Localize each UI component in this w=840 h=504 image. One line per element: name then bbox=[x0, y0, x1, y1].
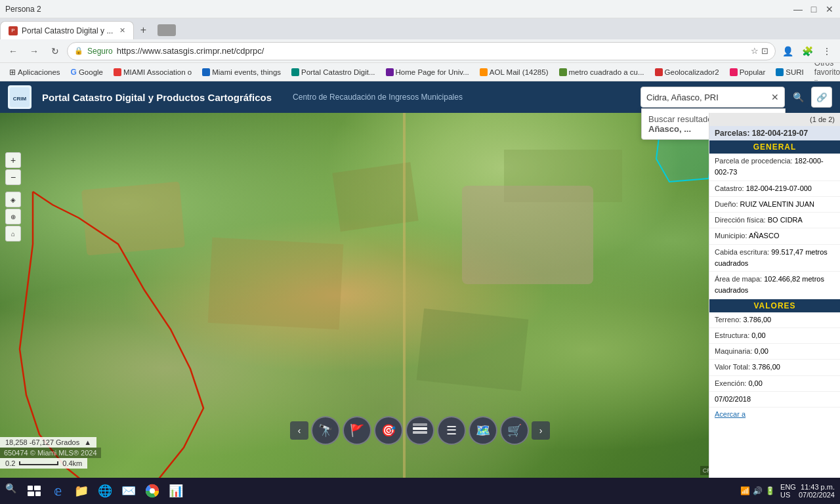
maximize-button[interactable]: □ bbox=[808, 4, 819, 14]
map-area[interactable]: + − ◈ ⊕ ⌂ 650474 © Miami MLS® 2024 18,25… bbox=[0, 113, 840, 478]
scale-0: 0.2 bbox=[5, 459, 15, 467]
bookmark-geo[interactable]: Geolocalizador2 bbox=[651, 67, 723, 77]
direccion-value: BO CIDRA bbox=[768, 216, 803, 224]
apps-label: Aplicaciones bbox=[18, 68, 60, 76]
search-submit-button[interactable]: 🔍 bbox=[788, 87, 808, 108]
field-2 bbox=[208, 237, 344, 329]
locate-button[interactable]: ⊕ bbox=[5, 209, 21, 224]
profile-button[interactable]: 👤 bbox=[778, 42, 797, 60]
procedencia-label: Parcela de procedencia: bbox=[715, 157, 795, 165]
tab-close-button[interactable]: ✕ bbox=[119, 26, 125, 35]
taskbar-icon-mail[interactable]: ✉️ bbox=[118, 480, 139, 501]
svg-rect-4 bbox=[413, 431, 427, 434]
estructura-label: Estructura: bbox=[715, 331, 751, 339]
bookmark-aol[interactable]: AOL Mail (14285) bbox=[476, 67, 553, 77]
taskbar-icon-browser[interactable]: 🌐 bbox=[94, 480, 116, 501]
target-tool-button[interactable]: 🎯 bbox=[374, 416, 403, 445]
panel-row-maquinaria: Maquinaria: 0,00 bbox=[709, 344, 840, 360]
miami-label: MIAMI Association o bbox=[123, 68, 192, 76]
miami-icon bbox=[114, 68, 121, 76]
geo-label: Geolocalizador2 bbox=[665, 68, 719, 76]
more-bookmarks-button[interactable]: Otros favoritos » bbox=[810, 63, 840, 81]
suri-icon bbox=[776, 68, 784, 76]
miami-events-label: Miami events, things bbox=[212, 68, 281, 76]
bookmark-miami[interactable]: MIAMI Association o bbox=[110, 67, 196, 77]
taskbar-icon-spreadsheet[interactable]: 📊 bbox=[165, 480, 186, 501]
taskbar-systray: 📶 🔊 🔋 bbox=[740, 486, 775, 495]
panel-pagination: (1 de 2) bbox=[709, 113, 840, 126]
address-text[interactable]: https://www.satasgis.crimpr.net/cdprpc/ bbox=[117, 46, 747, 56]
tab-label: Portal Catastro Digital y ... bbox=[22, 26, 113, 35]
pan-button[interactable]: ◈ bbox=[5, 192, 21, 207]
cast-icon[interactable]: ⊡ bbox=[761, 46, 768, 56]
svg-rect-6 bbox=[28, 486, 33, 490]
area-label: Área de mapa: bbox=[715, 275, 764, 283]
map-controls-left: + − ◈ ⊕ ⌂ bbox=[5, 152, 21, 242]
search-clear-button[interactable]: ✕ bbox=[771, 92, 779, 102]
tab-favicon: P bbox=[9, 26, 18, 35]
bookmark-google[interactable]: G Google bbox=[67, 66, 107, 78]
bookmark-suri[interactable]: SURI bbox=[772, 67, 807, 77]
popular-icon bbox=[730, 68, 738, 76]
taskbar-icon-task-view[interactable] bbox=[24, 480, 45, 501]
reload-button[interactable]: ↻ bbox=[46, 42, 64, 60]
close-button[interactable]: ✕ bbox=[824, 4, 835, 14]
search-bar-container: Cidra, Añasco, PRI ✕ Buscar resultados d… bbox=[640, 87, 832, 108]
search-input[interactable]: Cidra, Añasco, PRI bbox=[646, 93, 771, 102]
panel-row-dueno: Dueño: RUIZ VALENTIN JUAN bbox=[709, 197, 840, 213]
tab-thumbnail bbox=[158, 24, 176, 36]
layers-tool-button[interactable] bbox=[406, 416, 434, 445]
svg-rect-5 bbox=[413, 423, 427, 426]
app-subtitle: Centro de Recaudación de Ingresos Munici… bbox=[293, 93, 463, 102]
prev-result-button[interactable]: ‹ bbox=[290, 421, 308, 440]
taskbar-icon-chrome[interactable] bbox=[142, 480, 163, 501]
active-tab[interactable]: P Portal Catastro Digital y ... ✕ bbox=[0, 21, 134, 39]
cart-tool-button[interactable]: 🛒 bbox=[500, 416, 529, 445]
more-options-button[interactable]: ⋮ bbox=[818, 42, 836, 60]
other-favorites-label: Otros favoritos bbox=[814, 63, 840, 77]
flag-tool-button[interactable]: 🚩 bbox=[343, 416, 371, 445]
address-bar[interactable]: 🔒 Seguro https://www.satasgis.crimpr.net… bbox=[67, 42, 776, 60]
home-view-button[interactable]: ⌂ bbox=[5, 226, 21, 242]
municipio-label: Municipio: bbox=[715, 232, 749, 240]
panel-row-cabida: Cabida escritura: 99.517,47 metros cuadr… bbox=[709, 245, 840, 272]
back-button[interactable]: ← bbox=[4, 42, 22, 60]
search-bar[interactable]: Cidra, Añasco, PRI ✕ Buscar resultados d… bbox=[640, 87, 785, 108]
taskbar-icon-files[interactable]: 📁 bbox=[71, 480, 92, 501]
valor-total-label: Valor Total: bbox=[715, 363, 752, 371]
maquinaria-value: 0,00 bbox=[755, 347, 768, 355]
panel-row-procedencia: Parcela de procedencia: 182-000-002-73 bbox=[709, 154, 840, 181]
bookmark-metro[interactable]: metro cuadrado a cu... bbox=[555, 67, 648, 77]
miami-events-icon bbox=[202, 68, 210, 76]
home-icon bbox=[386, 68, 394, 76]
minimize-button[interactable]: — bbox=[793, 4, 803, 14]
menu-tool-button[interactable]: ☰ bbox=[437, 416, 466, 445]
extensions-button[interactable]: 🧩 bbox=[798, 42, 816, 60]
bookmark-apps[interactable]: ⊞ Aplicaciones bbox=[5, 66, 64, 78]
bookmark-home[interactable]: Home Page for Univ... bbox=[382, 67, 473, 77]
binoculars-tool-button[interactable]: 🔭 bbox=[311, 416, 340, 445]
new-tab-button[interactable]: + bbox=[134, 21, 152, 39]
elevation-icon: ▲ bbox=[84, 438, 91, 446]
valor-total-value: 3.786,00 bbox=[752, 363, 780, 371]
taskbar-search-icon[interactable]: 🔍 bbox=[5, 483, 21, 499]
catastro-label: Catastro: bbox=[715, 184, 746, 192]
bookmark-popular[interactable]: Popular bbox=[726, 67, 770, 77]
metro-label: metro cuadrado a cu... bbox=[569, 68, 644, 76]
panel-section-general: GENERAL bbox=[709, 140, 840, 154]
portal-label: Portal Catastro Digit... bbox=[301, 68, 375, 76]
zoom-in-button[interactable]: + bbox=[5, 152, 21, 168]
bookmark-portal[interactable]: Portal Catastro Digit... bbox=[287, 67, 379, 77]
exencion-value: 0,00 bbox=[748, 379, 762, 387]
next-result-button[interactable]: › bbox=[532, 421, 550, 440]
link-button[interactable]: 🔗 bbox=[811, 87, 832, 108]
zoom-out-button[interactable]: − bbox=[5, 169, 21, 185]
bookmark-star-icon[interactable]: ☆ bbox=[751, 46, 759, 56]
forward-button[interactable]: → bbox=[25, 42, 43, 60]
cabida-label: Cabida escritura: bbox=[715, 248, 771, 256]
acercar-link[interactable]: Acercar a bbox=[709, 408, 840, 421]
bookmark-miami-events[interactable]: Miami events, things bbox=[198, 67, 285, 77]
taskbar-icon-edge[interactable]: 𝕖 bbox=[47, 480, 68, 501]
window-controls: — □ ✕ bbox=[793, 4, 835, 14]
map-tool-button[interactable]: 🗺️ bbox=[469, 416, 497, 445]
